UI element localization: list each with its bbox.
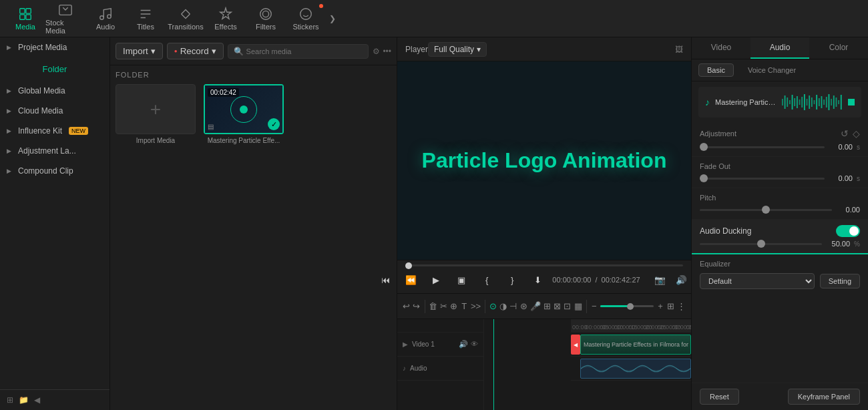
toolbar-media[interactable]: Media <box>5 1 45 36</box>
sidebar-item-adjustment[interactable]: ▶ Adjustment La... <box>0 141 110 161</box>
toolbar-stock-media[interactable]: Stock Media <box>45 1 85 36</box>
import-button[interactable]: Import ▾ <box>116 43 163 59</box>
tab-video[interactable]: Video <box>692 37 750 59</box>
zoom-track[interactable] <box>600 305 654 307</box>
sidebar-item-folder[interactable]: Folder <box>0 57 110 81</box>
folder-label: FOLDER <box>116 71 391 79</box>
sidebar-item-influence-kit[interactable]: ▶ Influence Kit NEW <box>0 121 110 141</box>
sub-tab-basic[interactable]: Basic <box>698 63 734 77</box>
toolbar-audio[interactable]: Audio <box>85 1 126 36</box>
mastering-thumb[interactable]: 00:02:42 ▤ ✓ <box>204 84 284 134</box>
zoom-in-button[interactable]: + <box>656 298 664 315</box>
layout-button[interactable]: ⊞ <box>667 298 674 315</box>
delete-button[interactable]: 🗑 <box>429 298 437 315</box>
toolbar-effects[interactable]: Effects <box>206 1 246 36</box>
speed-button[interactable]: ⊡ <box>564 298 571 315</box>
reset-button[interactable]: Reset <box>700 389 739 405</box>
svg-rect-24 <box>811 97 812 107</box>
zoom-out-button[interactable]: − <box>590 298 598 315</box>
import-thumb[interactable]: + <box>116 84 196 134</box>
svg-rect-21 <box>803 94 805 110</box>
adjustment-slider[interactable] <box>700 146 825 148</box>
volume-button[interactable]: 🔊 <box>672 270 691 289</box>
tab-color[interactable]: Color <box>809 37 868 59</box>
playhead[interactable] <box>493 319 494 410</box>
add-folder-icon[interactable]: ⊞ <box>7 395 13 405</box>
video1-label: Video 1 <box>412 341 435 348</box>
more-icon[interactable]: ••• <box>383 47 391 56</box>
split-button[interactable]: ⊣ <box>509 298 517 315</box>
sidebar-item-cloud-media[interactable]: ▶ Cloud Media <box>0 101 110 121</box>
ducking-slider[interactable] <box>700 243 822 245</box>
mosaic-button[interactable]: ▦ <box>574 298 582 315</box>
voice-tl-button[interactable]: 🎤 <box>530 298 541 315</box>
eq-select[interactable]: Default <box>700 273 815 289</box>
photo-icon[interactable]: 🖼 <box>675 45 683 54</box>
collapse-icon[interactable]: ◀ <box>34 395 40 405</box>
keyframe-panel-button[interactable]: Keyframe Panel <box>788 389 860 405</box>
snap-button[interactable]: ⊙ <box>489 298 497 315</box>
snapshot-button[interactable]: 📷 <box>651 270 670 289</box>
sidebar-item-global-media[interactable]: ▶ Global Media <box>0 81 110 101</box>
chevron-icon: ▶ <box>7 128 11 134</box>
sub-tab-voice-changer[interactable]: Voice Changer <box>739 63 805 77</box>
folder-icon[interactable]: 📁 <box>19 395 29 405</box>
zoom-thumb[interactable] <box>627 303 634 310</box>
pitch-slider[interactable] <box>700 209 832 211</box>
quality-selector[interactable]: Full Quality ▾ <box>428 42 487 57</box>
mark-in-button[interactable]: { <box>477 270 496 289</box>
progress-thumb[interactable] <box>405 262 412 269</box>
toolbar-stickers[interactable]: Stickers <box>286 1 326 36</box>
audio-detach-button[interactable]: ⊞ <box>544 298 551 315</box>
toolbar-expand[interactable]: ❯ <box>326 1 339 36</box>
fade-out-slider[interactable] <box>700 178 825 180</box>
media-toolbar: Import ▾ ● Record ▾ 🔍 ⚙ ••• <box>110 37 397 65</box>
mark-out-button[interactable]: } <box>503 270 521 289</box>
tab-audio[interactable]: Audio <box>750 37 809 59</box>
svg-point-7 <box>260 8 272 19</box>
duration-badge: 00:02:42 <box>208 88 239 97</box>
eq-setting-button[interactable]: Setting <box>820 274 860 288</box>
audio-clip[interactable] <box>580 359 691 379</box>
more-effects-button[interactable]: >> <box>471 298 481 315</box>
play-button[interactable]: ▶ <box>427 270 445 289</box>
more-tl-button[interactable]: ⋮ <box>677 298 686 315</box>
eye-icon[interactable]: 👁 <box>471 340 478 349</box>
speaker-icon[interactable]: 🔊 <box>459 340 468 349</box>
svg-rect-31 <box>828 94 829 110</box>
svg-rect-23 <box>809 95 810 109</box>
search-input[interactable] <box>246 47 363 55</box>
import-media-item[interactable]: + Import Media <box>116 84 196 144</box>
transform-button[interactable]: ⊕ <box>450 298 457 315</box>
svg-rect-30 <box>825 97 827 108</box>
progress-track[interactable] <box>405 264 683 266</box>
arrow-down-icon[interactable]: ⬇ <box>528 270 547 289</box>
sidebar-item-compound-clip[interactable]: ▶ Compound Clip <box>0 161 110 181</box>
diamond-icon[interactable]: ◇ <box>853 128 860 139</box>
svg-rect-18 <box>796 96 797 108</box>
ripple-button[interactable]: ⊠ <box>554 298 561 315</box>
filter-icon[interactable]: ⚙ <box>373 47 380 56</box>
skip-back-button[interactable]: ⏮ <box>376 270 395 289</box>
toolbar-titles[interactable]: Titles <box>126 1 166 36</box>
undo-button[interactable]: ↩ <box>403 298 410 315</box>
auto-color-button[interactable]: ◑ <box>499 298 507 315</box>
mastering-particle-item[interactable]: 00:02:42 ▤ ✓ Mastering Particle Effe... <box>204 84 284 144</box>
video-clip[interactable]: Mastering Particle Effects in Filmora fo… <box>580 335 691 355</box>
crop-button[interactable]: ▣ <box>452 270 471 289</box>
sidebar-item-project-media[interactable]: ▶ Project Media <box>0 37 110 57</box>
text-button[interactable]: T <box>461 298 468 315</box>
step-back-button[interactable]: ⏪ <box>401 270 420 289</box>
reset-icon[interactable]: ↺ <box>841 128 849 139</box>
ducking-toggle[interactable] <box>836 225 860 237</box>
svg-rect-2 <box>20 14 25 19</box>
cut-button[interactable]: ✂ <box>440 298 447 315</box>
record-tl-button[interactable]: ⊛ <box>519 298 527 315</box>
redo-button[interactable]: ↪ <box>413 298 420 315</box>
svg-rect-26 <box>816 95 817 110</box>
adjustment-value: 0.00 <box>829 143 853 151</box>
toolbar-filters[interactable]: Filters <box>246 1 286 36</box>
record-button[interactable]: ● Record ▾ <box>167 43 224 59</box>
toolbar-transitions[interactable]: Transitions <box>166 1 206 36</box>
control-buttons: ⏮ ⏪ ▶ ▣ { } ⬇ <box>376 270 547 289</box>
